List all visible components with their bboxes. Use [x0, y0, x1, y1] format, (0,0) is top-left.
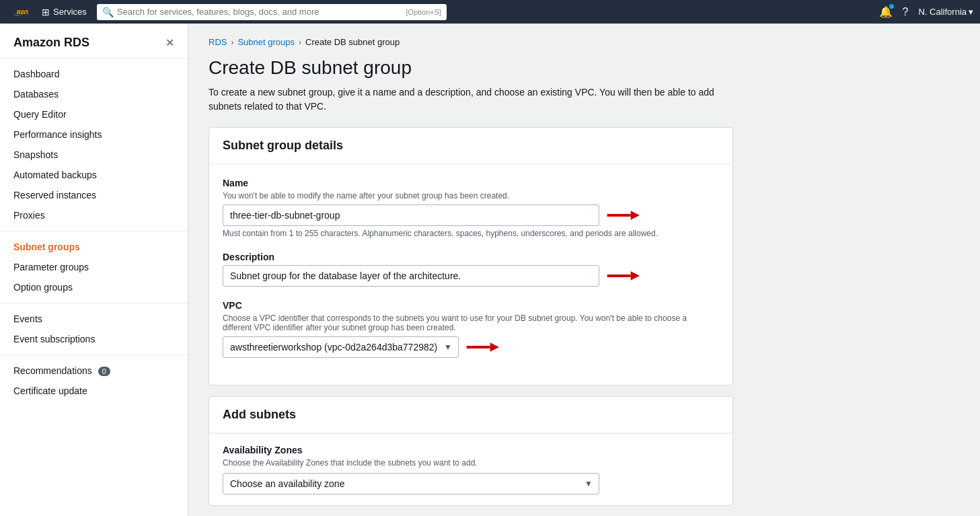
aws-logo[interactable]: aws: [7, 5, 28, 19]
sidebar-item-reserved-instances[interactable]: Reserved instances: [0, 185, 188, 205]
availability-zones-section: Availability Zones Choose the Availabili…: [209, 433, 732, 505]
region-label: N. California: [918, 7, 967, 17]
sidebar-item-event-subscriptions[interactable]: Event subscriptions: [0, 329, 188, 349]
sidebar: Amazon RDS ✕ Dashboard Databases Query E…: [0, 24, 188, 516]
subnet-group-details-header: Subnet group details: [209, 128, 732, 164]
description-arrow-indicator: [606, 267, 640, 285]
vpc-arrow-indicator: [465, 338, 499, 356]
sidebar-item-automated-backups[interactable]: Automated backups: [0, 165, 188, 185]
main-content: RDS › Subnet groups › Create DB subnet g…: [188, 24, 980, 516]
description-label: Description: [223, 252, 719, 262]
add-subnets-header: Add subnets: [209, 397, 732, 433]
notification-dot: [889, 4, 894, 9]
sidebar-item-subnet-groups[interactable]: Subnet groups: [0, 237, 188, 257]
add-subnets-panel: Add subnets Availability Zones Choose th…: [209, 396, 733, 506]
subnet-group-details-title: Subnet group details: [223, 139, 343, 152]
name-arrow-indicator: [606, 207, 640, 224]
breadcrumb-rds[interactable]: RDS: [209, 37, 227, 47]
sidebar-item-snapshots[interactable]: Snapshots: [0, 145, 188, 165]
az-select-wrap: Choose an availability zone ▼: [223, 473, 599, 494]
sidebar-close-button[interactable]: ✕: [165, 36, 174, 49]
services-menu[interactable]: ⊞ Services: [38, 7, 90, 17]
description-input[interactable]: [223, 265, 599, 287]
nav-right: 🔔 ? N. California ▾: [879, 5, 973, 18]
sidebar-item-databases[interactable]: Databases: [0, 84, 188, 104]
sidebar-item-recommendations[interactable]: Recommendations 0: [0, 361, 188, 381]
breadcrumb: RDS › Subnet groups › Create DB subnet g…: [209, 37, 960, 47]
sidebar-divider-2: [0, 303, 188, 303]
recommendations-label: Recommendations: [13, 365, 92, 376]
description-field-with-arrow: [223, 265, 719, 287]
sidebar-item-parameter-groups[interactable]: Parameter groups: [0, 257, 188, 277]
sidebar-item-proxies[interactable]: Proxies: [0, 205, 188, 225]
add-subnets-title: Add subnets: [223, 408, 296, 421]
name-hint: Must contain from 1 to 255 characters. A…: [223, 229, 719, 238]
sidebar-item-certificate-update[interactable]: Certificate update: [0, 381, 188, 401]
breadcrumb-sep-1: ›: [231, 38, 233, 47]
name-label: Name: [223, 178, 719, 188]
vpc-select[interactable]: awsthreetierworkshop (vpc-0d2a264d3ba772…: [223, 336, 459, 358]
app-layout: Amazon RDS ✕ Dashboard Databases Query E…: [0, 24, 980, 516]
recommendations-badge: 0: [98, 367, 110, 376]
vpc-field-with-arrow: awsthreetierworkshop (vpc-0d2a264d3ba772…: [223, 336, 719, 358]
az-select[interactable]: Choose an availability zone: [223, 473, 599, 494]
sidebar-item-dashboard[interactable]: Dashboard: [0, 64, 188, 84]
page-description: To create a new subnet group, give it a …: [209, 85, 733, 114]
az-helper: Choose the Availability Zones that inclu…: [223, 458, 719, 468]
subnet-group-details-panel: Subnet group details Name You won't be a…: [209, 127, 733, 385]
sidebar-item-events[interactable]: Events: [0, 309, 188, 329]
name-input[interactable]: [223, 205, 599, 226]
search-bar[interactable]: 🔍 [Option+S]: [97, 4, 447, 20]
sidebar-navigation: Dashboard Databases Query Editor Perform…: [0, 59, 188, 406]
svg-marker-2: [631, 211, 640, 219]
name-field: Name You won't be able to modify the nam…: [223, 178, 719, 238]
sidebar-item-query-editor[interactable]: Query Editor: [0, 104, 188, 124]
vpc-helper: Choose a VPC identifier that corresponds…: [223, 314, 719, 332]
vpc-select-wrap: awsthreetierworkshop (vpc-0d2a264d3ba772…: [223, 336, 459, 358]
breadcrumb-sep-2: ›: [299, 38, 301, 47]
services-label: Services: [53, 7, 87, 17]
az-label: Availability Zones: [223, 445, 719, 455]
svg-text:aws: aws: [16, 8, 28, 15]
top-navigation: aws ⊞ Services 🔍 [Option+S] 🔔 ? N. Calif…: [0, 0, 980, 24]
sidebar-title: Amazon RDS: [13, 36, 89, 50]
page-title: Create DB subnet group: [209, 57, 960, 79]
sidebar-item-performance-insights[interactable]: Performance insights: [0, 124, 188, 145]
svg-marker-4: [631, 271, 640, 280]
region-chevron: ▾: [969, 7, 973, 17]
help-icon[interactable]: ?: [903, 6, 909, 18]
name-helper: You won't be able to modify the name aft…: [223, 191, 719, 200]
sidebar-divider-1: [0, 231, 188, 231]
vpc-label: VPC: [223, 300, 719, 311]
grid-icon: ⊞: [42, 7, 50, 17]
notifications-bell[interactable]: 🔔: [879, 5, 893, 18]
search-input[interactable]: [117, 7, 406, 17]
vpc-field: VPC Choose a VPC identifier that corresp…: [223, 300, 719, 358]
search-icon: 🔍: [102, 7, 114, 17]
svg-marker-6: [490, 342, 499, 351]
description-field: Description: [223, 252, 719, 287]
sidebar-divider-3: [0, 355, 188, 355]
subnet-group-details-body: Name You won't be able to modify the nam…: [209, 164, 732, 385]
breadcrumb-subnet-groups[interactable]: Subnet groups: [237, 37, 295, 47]
sidebar-item-option-groups[interactable]: Option groups: [0, 277, 188, 297]
region-selector[interactable]: N. California ▾: [918, 7, 973, 17]
name-field-with-arrow: [223, 205, 719, 226]
sidebar-header: Amazon RDS ✕: [0, 24, 188, 59]
search-shortcut: [Option+S]: [406, 8, 441, 16]
breadcrumb-current: Create DB subnet group: [305, 37, 400, 47]
